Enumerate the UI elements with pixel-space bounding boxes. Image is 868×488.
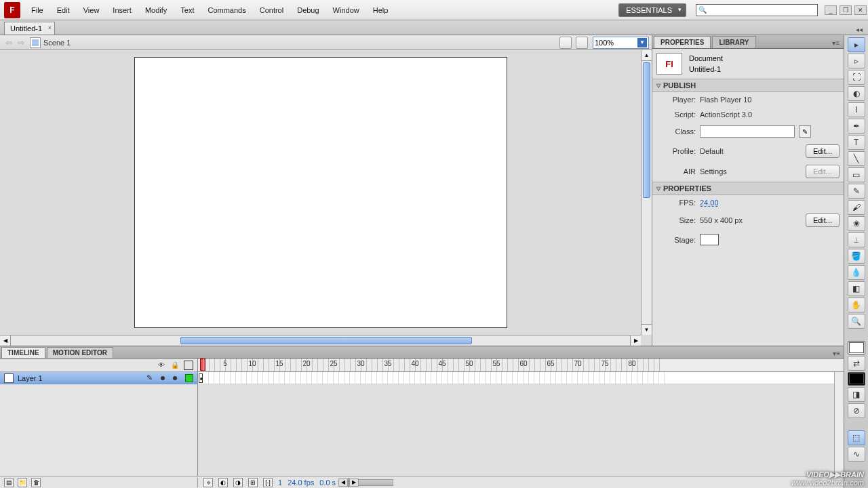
scroll-left-icon[interactable]: ◀ [338,479,348,487]
hscroll-thumb[interactable] [180,337,472,344]
menu-modify[interactable]: Modify [138,2,174,18]
center-frame-icon[interactable]: ⎆ [203,478,213,487]
scroll-down-icon[interactable]: ▼ [642,324,652,335]
zoom-tool[interactable]: 🔍 [848,314,865,329]
default-colors-icon[interactable]: ◨ [848,387,865,402]
size-edit-button[interactable]: Edit... [806,214,840,227]
snap-option[interactable]: ⬚ [848,430,865,445]
document-tab[interactable]: Untitled-1 × [4,22,55,35]
lasso-tool[interactable]: ⌇ [848,102,865,117]
tab-motion-editor[interactable]: MOTION EDITOR [47,347,113,358]
deco-tool[interactable]: ❀ [848,216,865,231]
layer-outline-swatch[interactable] [185,374,193,382]
modify-markers-icon[interactable]: [·] [263,478,273,487]
menu-commands[interactable]: Commands [201,2,252,18]
edit-symbol-icon[interactable] [576,37,588,49]
elapsed-time[interactable]: 0.0 s [319,479,336,487]
3d-rotation-tool[interactable]: ◐ [848,86,865,101]
outline-icon[interactable] [184,361,193,370]
selection-tool[interactable]: ▸ [848,37,865,52]
menu-insert[interactable]: Insert [106,2,138,18]
layer-row[interactable]: Layer 1 ✎ [0,372,197,384]
vscroll-thumb[interactable] [643,62,650,198]
stage-canvas[interactable] [134,57,507,328]
stage-color-swatch[interactable] [700,234,719,245]
stroke-color-swatch[interactable] [848,341,865,354]
menu-help[interactable]: Help [366,2,395,18]
tab-library[interactable]: LIBRARY [712,36,755,48]
menu-control[interactable]: Control [253,2,290,18]
playhead[interactable] [200,359,205,371]
timeline-menu-icon[interactable]: ▾≡ [832,349,841,358]
brush-tool[interactable]: 🖌 [848,200,865,215]
stage-vscroll[interactable]: ▲ ▼ [641,50,652,335]
menu-edit[interactable]: Edit [50,2,77,18]
close-button[interactable]: ✕ [854,5,867,15]
tab-timeline[interactable]: TIMELINE [1,347,45,358]
rectangle-tool[interactable]: ▭ [848,167,865,182]
line-tool[interactable]: ╲ [848,151,865,166]
workspace-switcher[interactable]: ESSENTIALS [618,3,686,17]
no-color-icon[interactable]: ⊘ [848,403,865,418]
keyframe[interactable] [199,373,203,383]
fps-value[interactable]: 24.00 [700,199,719,207]
eraser-tool[interactable]: ◧ [848,281,865,296]
class-input[interactable] [700,125,795,138]
edit-multi-icon[interactable]: ⊞ [248,478,258,487]
free-transform-tool[interactable]: ⛶ [848,70,865,85]
menu-view[interactable]: View [77,2,106,18]
search-input[interactable]: 🔍 [696,4,818,16]
onion-skin-icon[interactable]: ◐ [218,478,228,487]
frame-ruler[interactable]: 5101520253035404550556065707580 [198,359,844,372]
menu-file[interactable]: File [24,2,50,18]
layer-name[interactable]: Layer 1 [18,374,142,382]
scroll-left-icon[interactable]: ◀ [0,336,11,346]
smooth-option[interactable]: ∿ [848,447,865,462]
collapse-panels-icon[interactable]: ◂◂ [854,24,864,35]
current-fps[interactable]: 24.0 fps [288,479,314,487]
scroll-up-icon[interactable]: ▲ [642,50,652,61]
paint-bucket-tool[interactable]: 🪣 [848,249,865,264]
frames-vscroll[interactable] [834,372,844,476]
visibility-icon[interactable]: 👁 [157,361,166,370]
bone-tool[interactable]: ⟂ [848,232,865,247]
section-publish[interactable]: ▽PUBLISH [652,79,844,92]
hand-tool[interactable]: ✋ [848,298,865,312]
layer-visible-dot[interactable] [161,376,165,380]
profile-edit-button[interactable]: Edit... [806,144,840,158]
menu-debug[interactable]: Debug [290,2,326,18]
fill-color-swatch[interactable] [848,372,865,386]
menu-window[interactable]: Window [326,2,366,18]
frame-row[interactable] [198,372,844,384]
swap-colors-icon[interactable]: ⇄ [848,356,865,371]
edit-scene-icon[interactable] [559,37,572,49]
layer-lock-dot[interactable] [173,376,177,380]
new-folder-button[interactable]: 📁 [18,478,27,487]
onion-outline-icon[interactable]: ◑ [233,478,243,487]
scroll-right-icon[interactable]: ▶ [630,336,641,346]
timeline-hscroll[interactable]: ◀ ▶ [348,478,349,487]
zoom-select[interactable]: 100% ▼ [593,37,649,49]
new-layer-button[interactable]: ▤ [4,478,14,487]
close-tab-icon[interactable]: × [48,24,52,31]
pen-tool[interactable]: ✒ [848,119,865,134]
scroll-right-icon[interactable]: ▶ [349,479,359,487]
lock-icon[interactable]: 🔒 [170,361,180,370]
nav-fwd-icon[interactable]: ⇨ [15,38,27,47]
delete-layer-button[interactable]: 🗑 [31,478,41,487]
nav-back-icon[interactable]: ⇦ [3,38,15,47]
stage-hscroll[interactable]: ◀ ▶ [0,335,641,346]
class-edit-icon[interactable]: ✎ [799,125,811,138]
stage-viewport[interactable]: ▲ ▼ ◀ ▶ [0,50,652,346]
text-tool[interactable]: T [848,135,865,150]
tab-properties[interactable]: PROPERTIES [654,36,711,48]
panel-menu-icon[interactable]: ▾≡ [831,38,841,48]
maximize-button[interactable]: ❐ [840,5,852,15]
subselection-tool[interactable]: ▹ [848,54,865,68]
eyedropper-tool[interactable]: 💧 [848,265,865,280]
pencil-tool[interactable]: ✎ [848,184,865,199]
minimize-button[interactable]: _ [825,5,837,15]
section-properties[interactable]: ▽PROPERTIES [652,182,844,195]
current-frame[interactable]: 1 [278,479,282,487]
search-field[interactable] [709,6,815,14]
